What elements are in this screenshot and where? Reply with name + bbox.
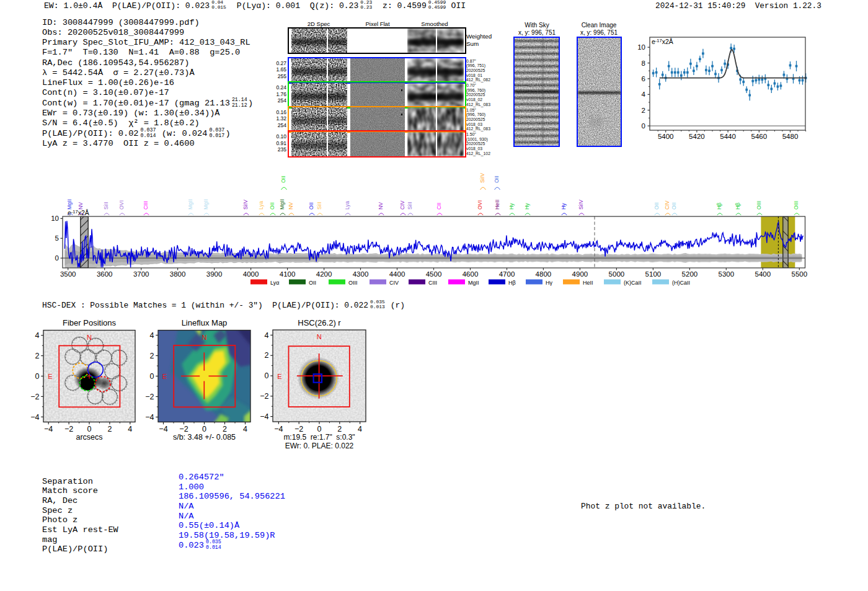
svg-text:−2: −2 xyxy=(294,425,303,433)
svg-text:0: 0 xyxy=(317,425,322,433)
svg-text:MgII: MgII xyxy=(203,199,209,210)
svg-text:E: E xyxy=(162,373,167,380)
svg-text:4900: 4900 xyxy=(572,270,588,278)
svg-text:Hy: Hy xyxy=(524,203,530,210)
svg-text:4200: 4200 xyxy=(316,270,332,278)
svg-text:OII: OII xyxy=(280,176,286,183)
svg-text:4: 4 xyxy=(265,331,269,340)
svg-text:N: N xyxy=(202,334,207,341)
svg-text:CIV: CIV xyxy=(664,200,670,210)
svg-text:HeII: HeII xyxy=(494,200,500,210)
svg-text:5480: 5480 xyxy=(782,133,799,140)
svg-text:3800: 3800 xyxy=(170,270,186,278)
svg-text:Fiber Positions: Fiber Positions xyxy=(63,318,116,327)
svg-text:10: 10 xyxy=(637,43,645,51)
svg-text:N: N xyxy=(87,334,92,341)
svg-text:CIII: CIII xyxy=(428,280,437,286)
svg-text:Lyα: Lyα xyxy=(270,280,279,286)
svg-text:4800: 4800 xyxy=(536,270,552,278)
svg-text:4700: 4700 xyxy=(499,270,515,278)
svg-text:0: 0 xyxy=(642,122,645,130)
svg-text:OVI: OVI xyxy=(118,200,125,210)
svg-text:2: 2 xyxy=(337,425,342,433)
svg-text:5500: 5500 xyxy=(792,270,808,278)
svg-text:SiII: SiII xyxy=(103,202,109,210)
svg-text:4000: 4000 xyxy=(243,270,259,278)
svg-text:arcsecs: arcsecs xyxy=(76,433,102,442)
svg-text:SiIV: SiIV xyxy=(578,200,584,210)
svg-text:5440: 5440 xyxy=(720,133,736,140)
svg-text:−2: −2 xyxy=(179,425,188,433)
svg-text:e-17x2Å: e-17x2Å xyxy=(652,38,673,45)
svg-text:OIII: OIII xyxy=(348,280,358,286)
svg-text:4400: 4400 xyxy=(389,270,405,278)
svg-text:5420: 5420 xyxy=(689,133,705,140)
svg-text:N: N xyxy=(317,333,322,340)
svg-text:Hβ: Hβ xyxy=(508,280,516,286)
svg-text:SiII: SiII xyxy=(407,202,413,210)
svg-text:−2: −2 xyxy=(30,393,39,401)
svg-text:−4: −4 xyxy=(274,425,283,433)
svg-text:NV: NV xyxy=(288,202,294,210)
svg-text:0: 0 xyxy=(87,425,92,433)
svg-text:E: E xyxy=(48,373,52,380)
svg-text:2: 2 xyxy=(223,425,227,433)
svg-text:Lya: Lya xyxy=(258,201,264,210)
svg-text:−4: −4 xyxy=(30,413,39,422)
svg-text:0: 0 xyxy=(55,254,59,262)
svg-text:(K)CaII: (K)CaII xyxy=(624,280,642,286)
svg-text:MgII: MgII xyxy=(66,199,73,210)
svg-text:CIV: CIV xyxy=(389,280,399,286)
svg-text:SiII: SiII xyxy=(316,202,322,210)
svg-text:5: 5 xyxy=(55,234,59,242)
svg-text:OIII: OIII xyxy=(756,201,762,210)
svg-text:Hβ: Hβ xyxy=(735,203,741,210)
svg-text:4600: 4600 xyxy=(463,270,479,278)
svg-text:MgII: MgII xyxy=(279,199,285,210)
svg-text:HSC(26.2) r: HSC(26.2) r xyxy=(298,318,341,327)
svg-text:NV: NV xyxy=(378,202,384,210)
svg-text:−4: −4 xyxy=(44,425,53,433)
svg-text:E: E xyxy=(277,373,281,380)
svg-text:MgII: MgII xyxy=(468,280,479,286)
svg-text:OIII: OIII xyxy=(793,201,799,210)
svg-text:4300: 4300 xyxy=(353,270,369,278)
svg-text:CIV: CIV xyxy=(399,200,405,210)
svg-text:−4: −4 xyxy=(145,413,154,422)
svg-text:4: 4 xyxy=(35,331,40,340)
svg-text:2: 2 xyxy=(35,352,40,360)
svg-text:OII: OII xyxy=(653,202,660,210)
svg-text:Hγ: Hγ xyxy=(546,280,552,286)
svg-text:Hy: Hy xyxy=(508,203,515,210)
svg-text:OII: OII xyxy=(308,202,314,210)
svg-text:3600: 3600 xyxy=(97,270,113,278)
svg-text:4: 4 xyxy=(243,425,247,433)
svg-text:2: 2 xyxy=(265,351,269,360)
svg-text:−2: −2 xyxy=(64,425,73,433)
svg-text:3500: 3500 xyxy=(60,270,76,278)
svg-text:SiIV: SiIV xyxy=(242,200,249,210)
svg-text:SiIV: SiIV xyxy=(479,173,485,183)
svg-text:NV: NV xyxy=(78,202,84,210)
svg-text:0: 0 xyxy=(202,425,206,433)
svg-text:5460: 5460 xyxy=(751,133,768,140)
svg-text:s/b: 3.48 +/- 0.085: s/b: 3.48 +/- 0.085 xyxy=(173,433,236,442)
svg-text:m:19.5 re:1.7" s:0.3": m:19.5 re:1.7" s:0.3" xyxy=(283,433,355,442)
svg-text:−2: −2 xyxy=(145,393,154,401)
svg-text:5000: 5000 xyxy=(609,270,625,278)
svg-text:4: 4 xyxy=(150,331,154,340)
svg-text:(H)CaII: (H)CaII xyxy=(672,280,690,286)
svg-text:EWr: 0. PLAE: 0.022: EWr: 0. PLAE: 0.022 xyxy=(285,442,354,450)
svg-text:0: 0 xyxy=(150,372,154,381)
svg-text:−4: −4 xyxy=(260,412,268,421)
svg-text:OII: OII xyxy=(494,176,500,183)
svg-text:5400: 5400 xyxy=(755,270,771,278)
svg-text:MgII: MgII xyxy=(187,199,193,210)
svg-text:6: 6 xyxy=(642,75,645,82)
svg-text:0: 0 xyxy=(35,372,40,381)
svg-text:4: 4 xyxy=(642,91,646,98)
svg-text:4100: 4100 xyxy=(280,270,296,278)
svg-text:OVI: OVI xyxy=(477,200,483,210)
svg-text:2: 2 xyxy=(642,107,645,114)
svg-text:2: 2 xyxy=(107,425,112,433)
